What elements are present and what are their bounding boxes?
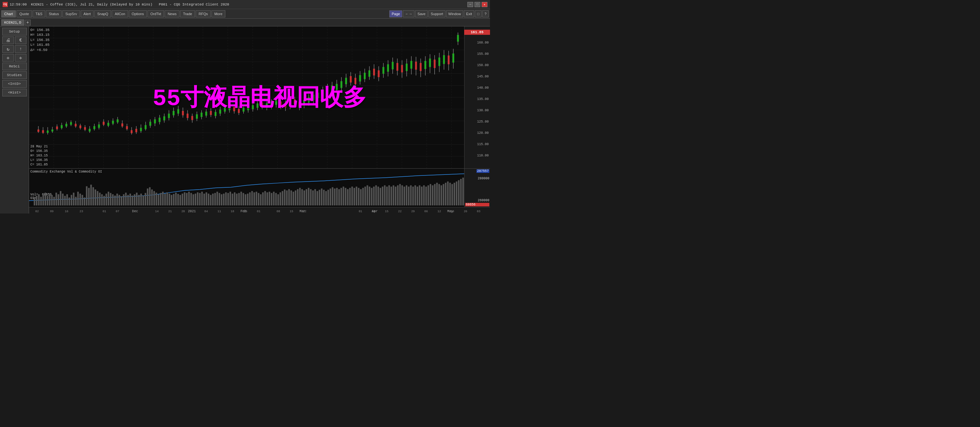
menu-options[interactable]: Options [129, 10, 147, 17]
save-button[interactable]: Save [415, 10, 428, 17]
svg-rect-222 [112, 194, 114, 205]
add-tab-button[interactable]: + [25, 20, 31, 25]
currency-icon[interactable]: € [15, 37, 27, 44]
svg-rect-302 [286, 190, 288, 205]
svg-rect-358 [408, 187, 410, 206]
svg-rect-167 [415, 62, 417, 70]
hover-ohlc-info: 28 May 21 O= 156.35 H= 163.15 L= 156.35 … [30, 144, 48, 167]
svg-rect-300 [282, 191, 283, 205]
svg-rect-31 [98, 124, 100, 128]
menu-supsrv[interactable]: SupSrv [62, 10, 80, 17]
menu-ts[interactable]: T&S [33, 10, 45, 17]
svg-rect-233 [136, 192, 137, 205]
menu-news[interactable]: News [165, 10, 180, 17]
maximize-button[interactable]: □ [474, 2, 480, 7]
svg-rect-369 [432, 186, 434, 205]
svg-rect-343 [375, 186, 377, 205]
tab-kcen21d[interactable]: KCEN21,D [1, 19, 24, 26]
candlestick-chart [29, 27, 464, 168]
svg-rect-27 [89, 129, 91, 131]
setup-button[interactable]: Setup [2, 28, 27, 35]
svg-rect-123 [312, 95, 314, 100]
svg-rect-278 [234, 192, 235, 205]
svg-rect-65 [177, 110, 179, 114]
svg-rect-344 [377, 187, 379, 206]
restore-button[interactable]: □ [475, 10, 482, 17]
hist-button[interactable]: <Hist> [2, 89, 27, 97]
svg-rect-17 [65, 124, 67, 126]
close-button[interactable]: ✕ [482, 2, 487, 7]
svg-rect-190 [42, 195, 44, 205]
svg-rect-257 [188, 192, 190, 205]
svg-rect-201 [67, 194, 68, 205]
svg-rect-341 [371, 188, 372, 206]
svg-rect-292 [264, 191, 266, 205]
title-text: 12:59:00 KCEN21 - Coffee (ICE), Jul 21, … [10, 3, 468, 6]
svg-rect-29 [93, 126, 95, 129]
minimize-button[interactable]: — [468, 2, 473, 7]
menu-trade[interactable]: Trade [180, 10, 195, 17]
svg-rect-314 [312, 190, 314, 205]
svg-rect-365 [423, 186, 425, 205]
crosshair-icon[interactable]: ✛ [2, 54, 14, 62]
svg-rect-220 [108, 192, 110, 205]
menu-rfqs[interactable]: RFQs [196, 10, 211, 17]
svg-rect-269 [214, 193, 216, 205]
svg-rect-374 [443, 184, 444, 205]
svg-text:08: 08 [372, 210, 375, 213]
refresh-icon[interactable]: ↻ [2, 45, 14, 53]
svg-rect-353 [397, 186, 399, 205]
svg-rect-352 [395, 187, 396, 206]
window-button[interactable]: Window [446, 10, 463, 17]
svg-rect-186 [33, 197, 35, 205]
svg-rect-199 [62, 194, 64, 205]
svg-rect-316 [317, 191, 318, 205]
title-bar: CQ 12:59:00 KCEN21 - Coffee (ICE), Jul 2… [0, 0, 490, 9]
page-button[interactable]: Page [389, 10, 402, 17]
svg-rect-214 [95, 189, 96, 205]
rescl-button[interactable]: ReSci [2, 63, 27, 70]
svg-text:28: 28 [181, 210, 185, 213]
svg-rect-291 [262, 192, 264, 205]
svg-rect-195 [53, 197, 55, 205]
svg-rect-79 [210, 111, 212, 115]
help-button[interactable]: ? [482, 10, 489, 17]
print-icon[interactable]: 🖨 [2, 37, 14, 44]
menu-allcon[interactable]: AllCon [112, 10, 128, 17]
exit-button[interactable]: Exit [464, 10, 474, 17]
price-chart[interactable]: O= 156.35 H= 163.15 L= 156.35 L= 161.85 … [29, 27, 490, 168]
svg-rect-261 [197, 192, 199, 205]
svg-rect-323 [332, 187, 333, 206]
svg-rect-360 [412, 187, 414, 206]
svg-rect-237 [145, 193, 146, 205]
svg-rect-228 [125, 192, 127, 205]
svg-rect-309 [301, 189, 303, 205]
svg-rect-327 [340, 188, 342, 206]
svg-rect-223 [114, 195, 116, 205]
svg-rect-91 [238, 109, 240, 113]
draw-icon[interactable]: ✛ [15, 54, 27, 62]
volume-chart[interactable]: Commodity Exchange Vol & Commodity OI Vo… [29, 168, 490, 207]
svg-rect-33 [103, 122, 105, 124]
nav-button[interactable]: ←→ [403, 10, 414, 17]
svg-rect-210 [86, 186, 88, 206]
menu-more[interactable]: More [212, 10, 225, 17]
studies-button[interactable]: Studies [2, 71, 27, 79]
svg-rect-99 [257, 103, 259, 108]
menu-alert[interactable]: Alert [81, 10, 94, 17]
svg-rect-355 [402, 186, 403, 205]
menu-ordtkt[interactable]: OrdTkt [148, 10, 164, 17]
intd-button[interactable]: <IntD> [2, 80, 27, 88]
svg-rect-37 [112, 121, 114, 124]
menu-snapq[interactable]: SnapQ [94, 10, 111, 17]
up-icon[interactable]: ↑ [15, 45, 27, 53]
svg-rect-367 [427, 186, 429, 205]
menu-quote[interactable]: Quote [16, 10, 32, 17]
menu-chart[interactable]: Chart [1, 10, 16, 17]
menu-status[interactable]: Status [46, 10, 62, 17]
svg-rect-268 [212, 194, 214, 205]
svg-rect-87 [229, 106, 231, 110]
support-button[interactable]: Support [428, 10, 445, 17]
svg-rect-230 [129, 194, 131, 205]
svg-rect-9 [47, 131, 49, 133]
